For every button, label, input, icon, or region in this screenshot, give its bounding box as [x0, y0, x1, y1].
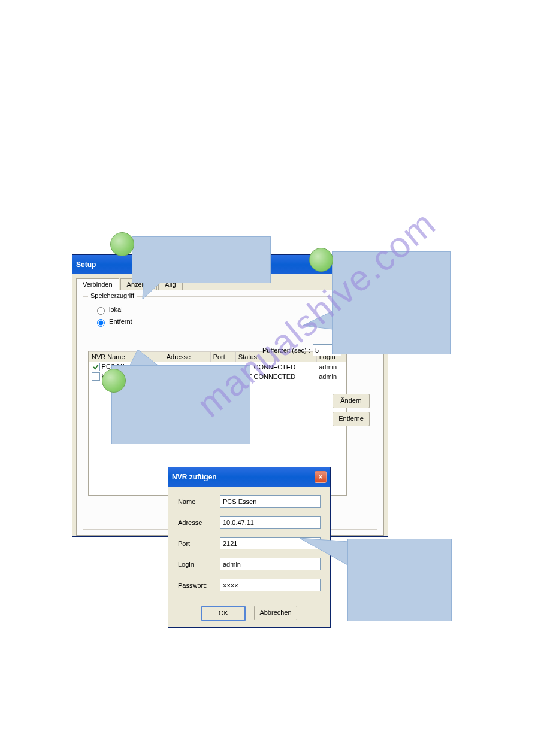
- abbrechen-button[interactable]: Abbrechen: [254, 606, 297, 620]
- name-label: Name: [178, 498, 220, 505]
- passwort-label: Passwort:: [178, 582, 220, 589]
- callout-marker-3: [102, 369, 126, 393]
- close-icon[interactable]: ×: [315, 471, 327, 483]
- svg-marker-3: [300, 538, 349, 566]
- checkbox-checked-icon[interactable]: [92, 363, 100, 371]
- cell-login: admin: [316, 362, 346, 372]
- port-label: Port: [178, 540, 220, 547]
- pufferzeit-label: Pufferzeit (sec) :: [262, 347, 310, 354]
- tab-verbinden[interactable]: Verbinden: [76, 278, 119, 290]
- name-field[interactable]: [220, 495, 321, 508]
- login-label: Login: [178, 561, 220, 568]
- pufferzeit-field: Pufferzeit (sec) :: [262, 344, 341, 356]
- callout-box: [332, 251, 451, 354]
- callout-box: [111, 365, 250, 444]
- svg-marker-2: [129, 350, 159, 366]
- checkbox-unchecked-icon[interactable]: [92, 372, 100, 381]
- dialog-button-row: OK Abbrechen: [168, 606, 330, 627]
- passwort-field[interactable]: [220, 579, 321, 591]
- svg-marker-1: [303, 311, 333, 329]
- nvr-dialog-title: NVR zufügen: [172, 473, 217, 481]
- callout-pointer-icon: [300, 536, 353, 566]
- radio-lokal-label: lokal: [109, 306, 123, 313]
- side-buttons: Ändern Entferne: [333, 394, 370, 426]
- adresse-label: Adresse: [178, 519, 220, 526]
- callout-box: [132, 236, 271, 283]
- nvr-dialog-title-bar[interactable]: NVR zufügen ×: [168, 467, 330, 487]
- ok-button[interactable]: OK: [201, 606, 246, 621]
- entferne-button[interactable]: Entferne: [333, 412, 370, 426]
- callout-marker-1: [110, 232, 134, 256]
- setup-title: Setup: [76, 260, 96, 269]
- callout-marker-2: [309, 248, 333, 272]
- callout-box: [347, 539, 452, 621]
- cell-login: admin: [316, 372, 346, 381]
- group-legend: Speicherzugriff: [88, 292, 137, 299]
- col-port[interactable]: Port: [210, 352, 235, 362]
- radio-lokal[interactable]: [97, 307, 105, 315]
- radio-entfernt-label: Entfernt: [109, 318, 132, 325]
- radio-entfernt[interactable]: [97, 319, 105, 327]
- adresse-field[interactable]: [220, 516, 321, 529]
- aendern-button[interactable]: Ändern: [333, 394, 370, 408]
